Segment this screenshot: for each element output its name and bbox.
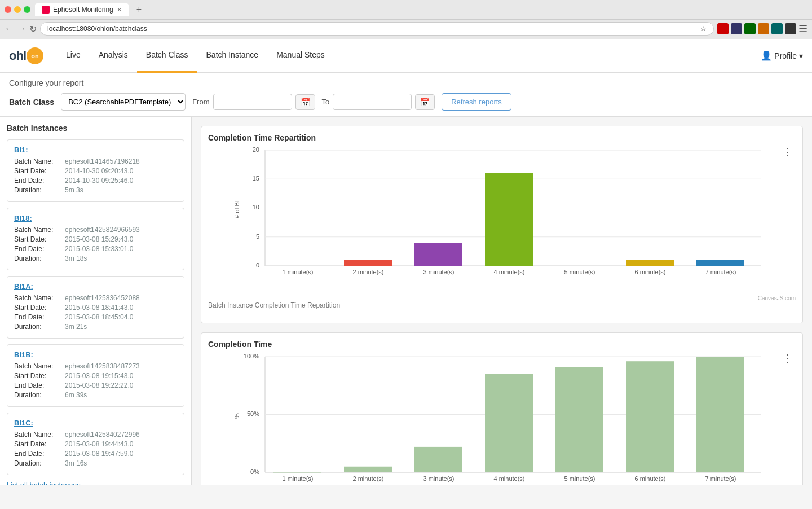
svg-text:3 minute(s): 3 minute(s) bbox=[423, 475, 454, 482]
back-button[interactable]: ← bbox=[5, 24, 14, 34]
svg-text:2 minute(s): 2 minute(s) bbox=[352, 269, 383, 275]
svg-text:7 minute(s): 7 minute(s) bbox=[705, 475, 736, 482]
config-bar: Configure your report Batch Class BC2 (S… bbox=[0, 73, 812, 117]
nav-item-batch-class[interactable]: Batch Class bbox=[137, 39, 197, 73]
chart1-title: Completion Time Repartition bbox=[208, 133, 796, 142]
svg-text:1 minute(s): 1 minute(s) bbox=[282, 269, 313, 275]
browser-extensions: ☰ bbox=[717, 23, 807, 35]
refresh-browser-button[interactable]: ↻ bbox=[29, 24, 37, 34]
bi1-title[interactable]: BI1: bbox=[14, 146, 177, 154]
bi1-batch-name-label: Batch Name: bbox=[14, 157, 65, 165]
bar-7-minute bbox=[696, 260, 744, 266]
to-label: To bbox=[322, 98, 330, 106]
browser-tab[interactable]: Ephesoft Monitoring ✕ bbox=[35, 3, 129, 16]
ext-icon-1[interactable] bbox=[717, 23, 729, 34]
bi18-title[interactable]: BI18: bbox=[14, 214, 177, 222]
chart1-section: Completion Time Repartition ⋮ 0 5 10 bbox=[201, 126, 803, 323]
ext-icon-5[interactable] bbox=[771, 23, 783, 34]
bi1-end-date-label: End Date: bbox=[14, 177, 65, 185]
bi1-duration-val: 5m 3s bbox=[65, 186, 83, 194]
batch-card-bi1c: BI1C: Batch Name: ephesoft1425840272996 … bbox=[7, 413, 184, 475]
svg-text:3 minute(s): 3 minute(s) bbox=[423, 269, 454, 275]
tab-title: Ephesoft Monitoring bbox=[53, 6, 113, 14]
bi1c-title[interactable]: BI1C: bbox=[14, 419, 177, 427]
to-date-input[interactable] bbox=[333, 94, 412, 110]
refresh-reports-button[interactable]: Refresh reports bbox=[442, 93, 511, 111]
nav-item-manual-steps[interactable]: Manual Steps bbox=[267, 39, 334, 73]
svg-text:5: 5 bbox=[256, 233, 259, 240]
nav-item-analysis[interactable]: Analysis bbox=[90, 39, 137, 73]
bar-4-minute bbox=[485, 173, 533, 266]
chart1-svg: 0 5 10 15 20 # of BI bbox=[208, 144, 796, 291]
bi1-batch-name-val: ephesoft1414657196218 bbox=[65, 157, 140, 165]
svg-text:20: 20 bbox=[253, 146, 259, 153]
profile-dropdown-icon: ▾ bbox=[799, 51, 803, 60]
profile-label: Profile bbox=[774, 51, 797, 60]
bi1a-start-date-row: Start Date: 2015-03-08 18:41:43.0 bbox=[14, 304, 177, 311]
nav-item-batch-instance[interactable]: Batch Instance bbox=[197, 39, 268, 73]
maximize-dot[interactable] bbox=[24, 6, 30, 13]
chart1-container: ⋮ 0 5 10 15 20 bbox=[208, 144, 796, 301]
ext-icon-2[interactable] bbox=[731, 23, 742, 34]
sidebar: Batch Instances BI1: Batch Name: ephesof… bbox=[0, 117, 192, 485]
browser-dots bbox=[5, 6, 30, 13]
url-display: localhost:18080/ohlon/batchclass bbox=[47, 25, 697, 33]
main-content: Batch Instances BI1: Batch Name: ephesof… bbox=[0, 117, 812, 485]
batch-card-bi1b: BI1B: Batch Name: ephesoft1425838487273 … bbox=[7, 344, 184, 407]
bi1-start-date-row: Start Date: 2014-10-30 09:20:43.0 bbox=[14, 167, 177, 175]
svg-text:1 minute(s): 1 minute(s) bbox=[282, 475, 313, 482]
svg-text:7 minute(s): 7 minute(s) bbox=[705, 269, 736, 275]
bi1b-batch-name-row: Batch Name: ephesoft1425838487273 bbox=[14, 362, 177, 370]
browser-menu-icon[interactable]: ☰ bbox=[798, 23, 807, 35]
tab-close-button[interactable]: ✕ bbox=[117, 6, 122, 14]
to-calendar-button[interactable]: 📅 bbox=[415, 94, 435, 110]
app-logo: ohl on bbox=[9, 47, 43, 64]
bi1-end-date-row: End Date: 2014-10-30 09:25:46.0 bbox=[14, 177, 177, 185]
svg-text:# of BI: # of BI bbox=[233, 200, 240, 218]
bi1a-end-date-row: End Date: 2015-03-08 18:45:04.0 bbox=[14, 313, 177, 321]
chart2-container: ⋮ 0% 50% 100% % bbox=[208, 351, 796, 485]
minimize-dot[interactable] bbox=[14, 6, 21, 13]
config-row: Batch Class BC2 (SearchablePDFTemplate) … bbox=[9, 93, 803, 111]
from-calendar-button[interactable]: 📅 bbox=[295, 94, 315, 110]
chart2-menu-button[interactable]: ⋮ bbox=[779, 351, 796, 366]
bi1c-start-date-row: Start Date: 2015-03-08 19:44:43.0 bbox=[14, 440, 177, 448]
chart2-section: Completion Time ⋮ 0% 50% 100% % bbox=[201, 332, 803, 485]
bi1a-duration-row: Duration: 3m 21s bbox=[14, 323, 177, 331]
chart1-menu-button[interactable]: ⋮ bbox=[779, 144, 796, 159]
list-all-link[interactable]: List all batch instances bbox=[7, 481, 184, 485]
from-date-input[interactable] bbox=[213, 94, 292, 110]
bi1-start-date-val: 2014-10-30 09:20:43.0 bbox=[65, 167, 133, 175]
app-header: ohl on Live Analysis Batch Class Batch I… bbox=[0, 39, 812, 73]
to-date-group: To 📅 bbox=[322, 94, 435, 110]
svg-text:0: 0 bbox=[256, 262, 259, 269]
ext-icon-6[interactable] bbox=[785, 23, 796, 34]
bar2-5-minute bbox=[555, 367, 603, 472]
address-bar[interactable]: localhost:18080/ohlon/batchclass ☆ bbox=[40, 22, 714, 36]
ext-icon-3[interactable] bbox=[744, 23, 756, 34]
close-dot[interactable] bbox=[5, 6, 11, 13]
svg-text:4 minute(s): 4 minute(s) bbox=[493, 475, 524, 482]
forward-button[interactable]: → bbox=[17, 24, 26, 34]
bi1-start-date-label: Start Date: bbox=[14, 167, 65, 175]
batch-class-label: Batch Class bbox=[9, 98, 54, 107]
config-title: Configure your report bbox=[9, 78, 803, 87]
profile-area[interactable]: 👤 Profile ▾ bbox=[761, 50, 803, 61]
from-date-group: From 📅 bbox=[192, 94, 315, 110]
main-nav: Live Analysis Batch Class Batch Instance… bbox=[57, 39, 761, 73]
bi1a-title[interactable]: BI1A: bbox=[14, 282, 177, 291]
bar2-3-minute bbox=[414, 447, 462, 472]
bookmark-icon: ☆ bbox=[700, 25, 707, 33]
bi1-duration-row: Duration: 5m 3s bbox=[14, 186, 177, 194]
svg-text:5 minute(s): 5 minute(s) bbox=[564, 269, 595, 275]
bi1b-start-date-row: Start Date: 2015-03-08 19:15:43.0 bbox=[14, 372, 177, 380]
nav-item-live[interactable]: Live bbox=[57, 39, 90, 73]
batch-class-select[interactable]: BC2 (SearchablePDFTemplate) bbox=[61, 93, 186, 111]
svg-text:%: % bbox=[233, 413, 240, 419]
charts-area: Completion Time Repartition ⋮ 0 5 10 bbox=[192, 117, 812, 485]
new-tab-button[interactable]: + bbox=[133, 3, 145, 16]
bi1a-batch-name-row: Batch Name: ephesoft1425836452088 bbox=[14, 294, 177, 302]
bi1b-title[interactable]: BI1B: bbox=[14, 350, 177, 359]
ext-icon-4[interactable] bbox=[758, 23, 769, 34]
bar-2-minute bbox=[344, 260, 392, 266]
